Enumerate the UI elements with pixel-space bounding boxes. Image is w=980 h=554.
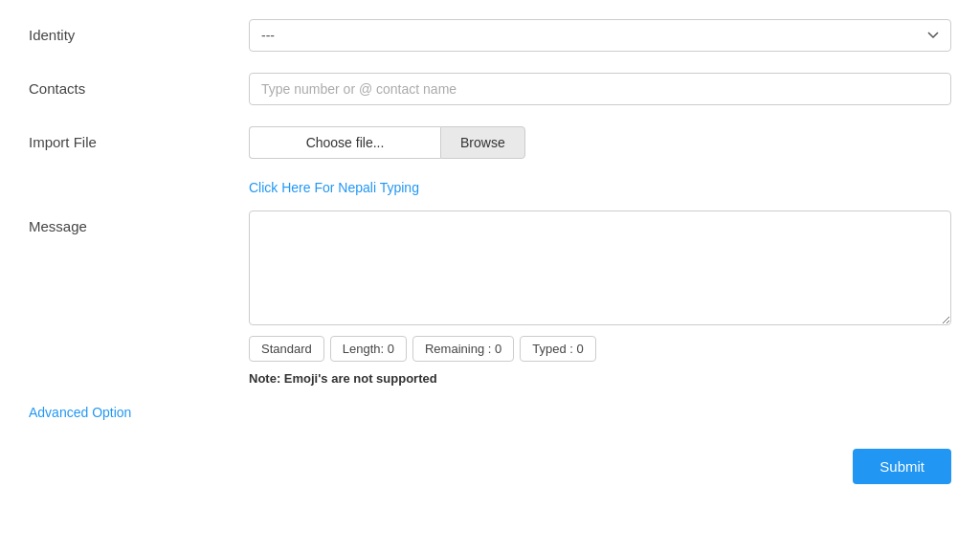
browse-button[interactable]: Browse (440, 126, 525, 159)
submit-wrap: Submit (29, 449, 951, 484)
message-label: Message (29, 211, 249, 234)
typed-badge: Typed : 0 (520, 336, 595, 362)
emoji-note-text: Note: Emoji's are not supported (249, 371, 437, 386)
file-import-wrap: Choose file... Browse (249, 126, 951, 159)
advanced-option-link[interactable]: Advanced Option (29, 405, 131, 420)
contacts-row: Contacts (29, 73, 951, 105)
contacts-input[interactable] (249, 73, 951, 105)
import-file-control: Choose file... Browse (249, 126, 951, 159)
identity-row: Identity --- (29, 19, 951, 52)
remaining-badge: Remaining : 0 (412, 336, 514, 362)
nepali-typing-link[interactable]: Click Here For Nepali Typing (249, 180, 951, 195)
message-control (249, 211, 951, 328)
submit-button[interactable]: Submit (853, 449, 951, 484)
message-stats: Standard Length: 0 Remaining : 0 Typed :… (249, 336, 951, 362)
identity-control: --- (249, 19, 951, 52)
import-file-row: Import File Choose file... Browse (29, 126, 951, 159)
message-textarea[interactable] (249, 211, 951, 325)
standard-badge: Standard (249, 336, 324, 362)
identity-label: Identity (29, 19, 249, 43)
message-row: Message (29, 211, 951, 328)
length-badge: Length: 0 (330, 336, 407, 362)
contacts-label: Contacts (29, 73, 249, 97)
emoji-note: Note: Emoji's are not supported (249, 371, 951, 386)
import-file-label: Import File (29, 126, 249, 150)
contacts-control (249, 73, 951, 105)
page-container: Identity --- Contacts Import File Choose… (0, 0, 980, 554)
identity-select[interactable]: --- (249, 19, 951, 52)
choose-file-button[interactable]: Choose file... (249, 126, 440, 159)
